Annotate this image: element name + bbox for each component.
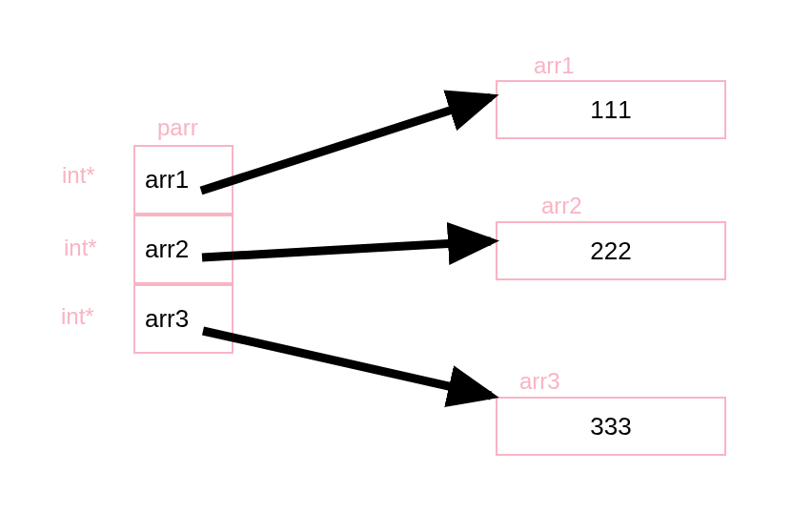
- target-cell-1: 222: [496, 221, 726, 280]
- target-cell-0: 111: [496, 80, 726, 139]
- target-label-1: arr2: [541, 193, 582, 219]
- arrow-2: [203, 331, 491, 396]
- parr-cell-0: arr1: [133, 145, 233, 215]
- parr-cell-label: arr3: [145, 304, 189, 334]
- target-value: 333: [590, 412, 631, 441]
- arrow-1: [202, 241, 491, 257]
- target-value: 222: [590, 236, 631, 266]
- target-label-2: arr3: [519, 368, 560, 395]
- diagram-container: parr int* int* int* arr1 arr2 arr3 arr1 …: [0, 0, 812, 513]
- type-label-2: int*: [61, 303, 94, 330]
- type-label-0: int*: [62, 162, 95, 189]
- type-label-1: int*: [64, 235, 97, 261]
- target-cell-2: 333: [496, 397, 726, 456]
- parr-cell-1: arr2: [133, 215, 233, 284]
- parr-cell-2: arr3: [133, 284, 233, 354]
- arrow-0: [201, 97, 491, 191]
- parr-cell-label: arr1: [145, 165, 189, 195]
- target-label-0: arr1: [534, 52, 575, 79]
- parr-cell-label: arr2: [145, 235, 189, 264]
- parr-label: parr: [157, 114, 198, 141]
- target-value: 111: [590, 95, 631, 125]
